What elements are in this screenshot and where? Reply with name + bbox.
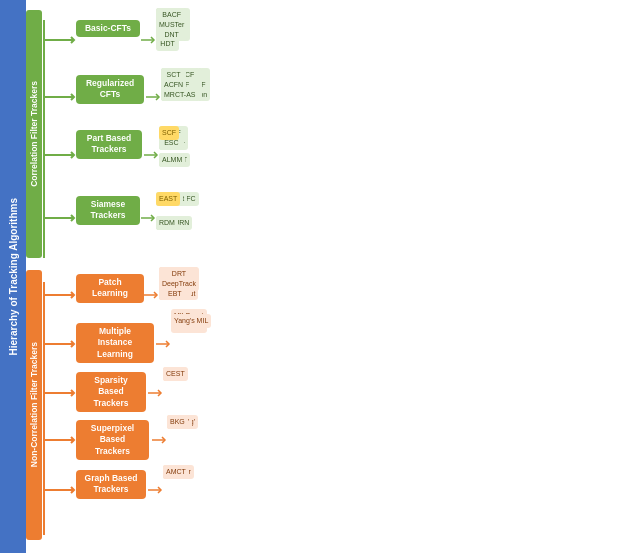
basic-cfts-label: Basic-CFTs	[76, 20, 140, 37]
siamese-trackers-label: Siamese Trackers	[76, 196, 140, 225]
non-correlation-section-label: Non-Correlation Filter Trackers	[26, 270, 42, 540]
tracker-item: CEST	[163, 367, 188, 381]
tracker-item: Yang's MIL	[171, 314, 211, 328]
left-bar: Hierarchy of Tracking Algorithms	[0, 0, 26, 553]
tracker-item: ALMM	[159, 153, 185, 167]
tracker-item: DRT DeepTrack	[159, 267, 199, 291]
superpixel-label: Superpixel Based Trackers	[76, 420, 149, 460]
tracker-item: SCT ACFN	[161, 68, 186, 92]
mil-label: Multiple Instance Learning	[76, 323, 154, 363]
tracker-item: SCF	[159, 126, 179, 140]
sparsity-label: Sparsity Based Trackers	[76, 372, 146, 412]
correlation-section-label: Correlation Filter Trackers	[26, 10, 42, 258]
patch-learning-label: Patch Learning	[76, 274, 144, 303]
regularized-cfts-label: Regularized CFTs	[76, 75, 144, 104]
graph-label: Graph Based Trackers	[76, 470, 146, 499]
part-based-trackers-label: Part Based Trackers	[76, 130, 142, 159]
tracker-item: RDM	[156, 216, 178, 230]
hierarchy-label: Hierarchy of Tracking Algorithms	[8, 198, 19, 355]
tracker-item: BKG	[167, 415, 188, 429]
tracker-item: EAST	[156, 192, 180, 206]
tracker-item: AMCT	[163, 465, 189, 479]
tracker-item: BACF MUSTer DNT	[156, 8, 187, 41]
